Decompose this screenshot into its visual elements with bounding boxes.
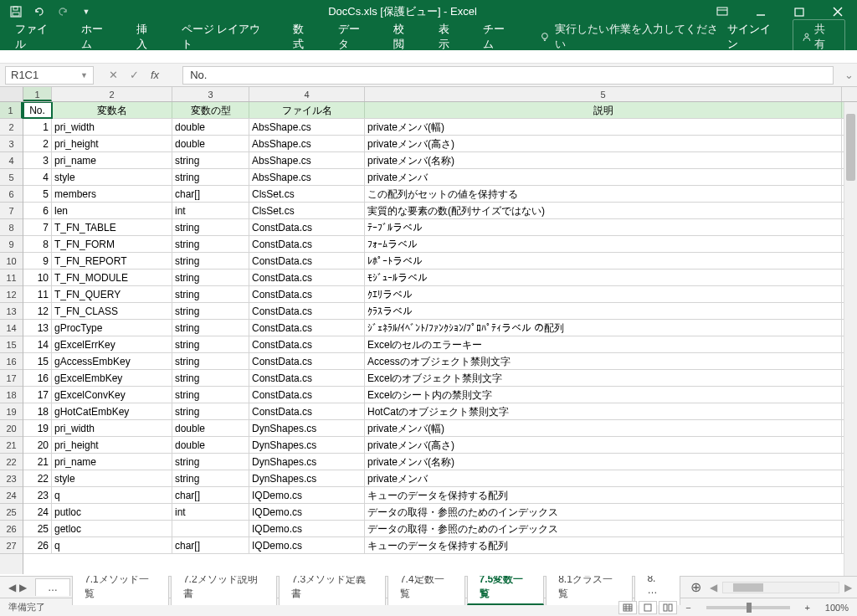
cell[interactable]: string xyxy=(172,454,249,470)
cell[interactable]: Accessのオブジェクト禁則文字 xyxy=(365,353,842,369)
cell[interactable]: pri_name xyxy=(52,454,172,470)
horizontal-scrollbar[interactable] xyxy=(722,582,839,593)
formula-input[interactable]: No. xyxy=(182,66,834,85)
cell[interactable]: privateメンバ xyxy=(365,470,842,486)
cell[interactable]: char[] xyxy=(172,537,249,553)
cell[interactable]: privateメンバ(幅) xyxy=(365,119,842,135)
cell[interactable]: 18 xyxy=(23,403,52,419)
cell[interactable]: style xyxy=(52,169,172,185)
row-header[interactable]: 4 xyxy=(0,152,23,169)
row-header[interactable]: 10 xyxy=(0,253,23,270)
cell[interactable]: 3 xyxy=(23,152,52,168)
ribbon-tab-7[interactable]: 表示 xyxy=(427,17,472,57)
cell[interactable]: pri_height xyxy=(52,136,172,151)
cell[interactable]: Excelのオブジェクト禁則文字 xyxy=(365,370,842,386)
cell[interactable]: 25 xyxy=(23,521,52,536)
cell-grid[interactable]: No.変数名変数の型ファイル名説明1pri_widthdoubleAbsShap… xyxy=(23,102,857,574)
row-header[interactable]: 5 xyxy=(0,169,23,186)
row-header[interactable]: 15 xyxy=(0,336,23,353)
zoom-slider[interactable] xyxy=(706,606,790,609)
cell[interactable]: ConstData.cs xyxy=(249,270,365,285)
cancel-icon[interactable]: ✕ xyxy=(109,69,118,81)
cell[interactable]: AbsShape.cs xyxy=(249,152,365,168)
column-header[interactable]: 5 xyxy=(365,87,842,101)
sheet-tab-overflow[interactable]: … xyxy=(35,578,70,596)
row-header[interactable]: 9 xyxy=(0,236,23,253)
column-header[interactable]: 4 xyxy=(249,87,365,101)
ribbon-tab-2[interactable]: 挿入 xyxy=(125,17,170,57)
cell[interactable]: IQDemo.cs xyxy=(249,521,365,536)
cell[interactable]: string xyxy=(172,353,249,369)
cell[interactable]: style xyxy=(52,470,172,486)
row-header[interactable]: 16 xyxy=(0,353,23,370)
cell[interactable]: privateメンバ(名称) xyxy=(365,454,842,470)
column-header[interactable]: 1 xyxy=(23,87,52,101)
row-header[interactable]: 24 xyxy=(0,487,23,504)
cell[interactable]: privateメンバ(幅) xyxy=(365,420,842,436)
cell[interactable]: string xyxy=(172,336,249,352)
cell[interactable]: 15 xyxy=(23,353,52,369)
cell[interactable]: ConstData.cs xyxy=(249,353,365,369)
cell[interactable]: privateメンバ(名称) xyxy=(365,152,842,168)
cell[interactable]: ConstData.cs xyxy=(249,219,365,235)
cell[interactable]: char[] xyxy=(172,186,249,202)
cell[interactable]: T_FN_MODULE xyxy=(52,270,172,285)
cell[interactable]: ConstData.cs xyxy=(249,286,365,302)
cell[interactable]: pri_width xyxy=(52,119,172,135)
cell[interactable]: 17 xyxy=(23,387,52,403)
cell[interactable]: ﾃｰﾌﾞﾙラベル xyxy=(365,219,842,235)
cell[interactable]: T_FN_CLASS xyxy=(52,303,172,319)
select-all-corner[interactable] xyxy=(0,87,23,101)
hscroll-right-icon[interactable]: ▶ xyxy=(839,582,852,593)
cell[interactable]: string xyxy=(172,253,249,269)
cell[interactable]: AbsShape.cs xyxy=(249,119,365,135)
ribbon-tab-8[interactable]: チーム xyxy=(471,17,526,57)
zoom-in-button[interactable]: + xyxy=(805,603,810,613)
row-header[interactable]: 22 xyxy=(0,454,23,470)
cell[interactable]: 11 xyxy=(23,286,52,302)
row-header[interactable]: 26 xyxy=(0,521,23,537)
cell[interactable]: 説明 xyxy=(365,102,842,118)
cell[interactable]: ClsSet.cs xyxy=(249,186,365,202)
cell[interactable]: 10 xyxy=(23,270,52,285)
cell[interactable]: privateメンバ(高さ) xyxy=(365,136,842,151)
cell[interactable]: getloc xyxy=(52,521,172,536)
cell[interactable]: ConstData.cs xyxy=(249,403,365,419)
redo-icon[interactable] xyxy=(57,6,69,18)
ribbon-tab-6[interactable]: 校閲 xyxy=(382,17,427,57)
cell[interactable]: string xyxy=(172,470,249,486)
cell[interactable]: double xyxy=(172,119,249,135)
cell[interactable]: 4 xyxy=(23,169,52,185)
cell[interactable]: members xyxy=(52,186,172,202)
row-header[interactable]: 8 xyxy=(0,219,23,236)
column-header[interactable]: 3 xyxy=(172,87,249,101)
cell[interactable]: ConstData.cs xyxy=(249,303,365,319)
cell[interactable]: string xyxy=(172,152,249,168)
cell[interactable]: 14 xyxy=(23,336,52,352)
view-page-break-icon[interactable] xyxy=(659,601,677,614)
cell[interactable]: ｸｴﾘラベル xyxy=(365,286,842,302)
cell[interactable]: 21 xyxy=(23,454,52,470)
cell[interactable]: string xyxy=(172,320,249,336)
ribbon-tab-0[interactable]: ファイル xyxy=(3,17,69,57)
cell[interactable]: pri_name xyxy=(52,152,172,168)
cell[interactable]: gAccessEmbKey xyxy=(52,353,172,369)
cell[interactable]: string xyxy=(172,219,249,235)
cell[interactable]: T_FN_QUERY xyxy=(52,286,172,302)
cell[interactable]: gExcelConvKey xyxy=(52,387,172,403)
cell[interactable]: ClsSet.cs xyxy=(249,203,365,218)
cell[interactable]: pri_height xyxy=(52,437,172,453)
view-page-layout-icon[interactable] xyxy=(639,601,657,614)
cell[interactable]: string xyxy=(172,387,249,403)
row-header[interactable]: 23 xyxy=(0,470,23,487)
row-header[interactable]: 13 xyxy=(0,303,23,320)
cell[interactable]: 20 xyxy=(23,437,52,453)
cell[interactable]: 16 xyxy=(23,370,52,386)
qat-dropdown-icon[interactable]: ▼ xyxy=(80,6,92,18)
cell[interactable]: T_FN_REPORT xyxy=(52,253,172,269)
row-header[interactable]: 18 xyxy=(0,387,23,403)
cell[interactable]: T_FN_TABLE xyxy=(52,219,172,235)
cell[interactable]: 13 xyxy=(23,320,52,336)
ribbon-tab-5[interactable]: データ xyxy=(326,17,382,57)
cell[interactable]: キューのデータを保持する配列 xyxy=(365,487,842,503)
